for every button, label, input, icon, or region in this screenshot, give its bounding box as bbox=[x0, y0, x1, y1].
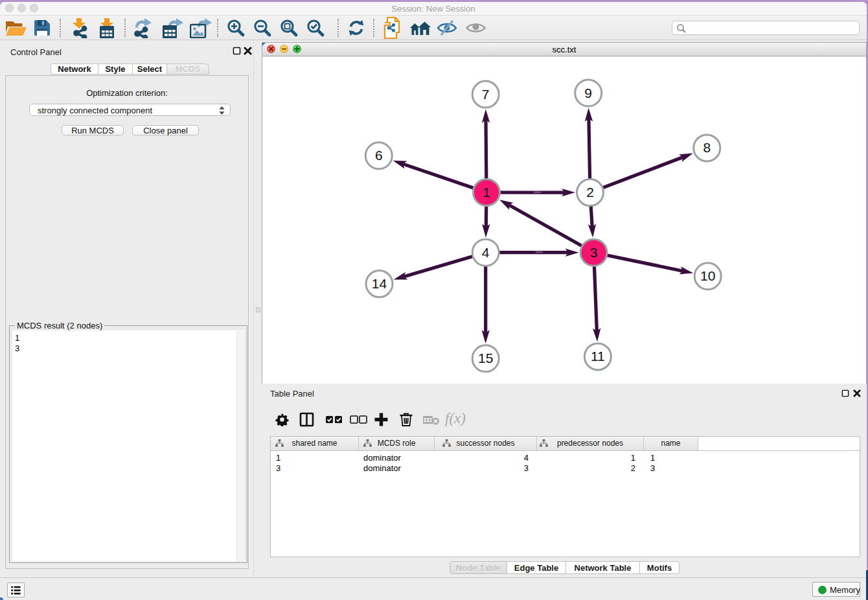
svg-text:2: 2 bbox=[586, 185, 594, 200]
svg-text:9: 9 bbox=[584, 86, 592, 100]
svg-text:8: 8 bbox=[703, 140, 711, 155]
svg-text:10: 10 bbox=[700, 268, 715, 283]
svg-text:1: 1 bbox=[483, 185, 490, 200]
svg-text:14: 14 bbox=[372, 276, 387, 291]
svg-text:6: 6 bbox=[375, 148, 383, 163]
svg-text:7: 7 bbox=[482, 87, 490, 102]
svg-text:11: 11 bbox=[591, 349, 605, 363]
svg-text:15: 15 bbox=[478, 351, 493, 365]
svg-text:3: 3 bbox=[590, 245, 598, 260]
svg-text:4: 4 bbox=[482, 245, 490, 260]
